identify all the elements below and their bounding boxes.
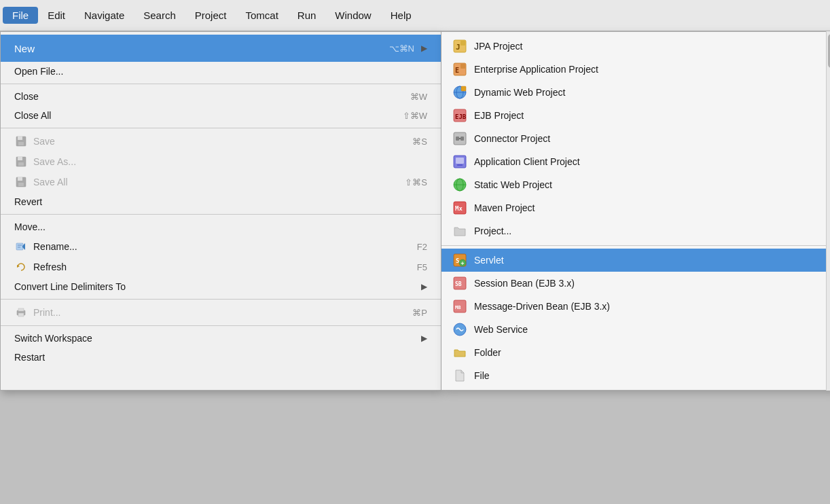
servlet-icon: S+ xyxy=(452,253,467,268)
svg-rect-7 xyxy=(18,177,22,181)
static-web-icon xyxy=(452,177,467,192)
submenu-item-static-web[interactable]: Static Web Project xyxy=(441,173,830,196)
refresh-icon xyxy=(14,260,28,274)
menubar-item-edit[interactable]: Edit xyxy=(38,7,75,24)
menubar-item-navigate[interactable]: Navigate xyxy=(75,7,134,24)
submenu-item-servlet[interactable]: S+ Servlet xyxy=(441,249,830,272)
submenu-item-app-client[interactable]: Application Client Project xyxy=(441,150,830,173)
svg-text:E: E xyxy=(455,67,459,74)
submenu-item-enterprise-app[interactable]: E Enterprise Application Project xyxy=(441,58,830,81)
submenu-item-ejb-project[interactable]: EJB EJB Project xyxy=(441,104,830,127)
rename-label: Rename... xyxy=(33,241,390,252)
submenu-item-project[interactable]: Project... xyxy=(441,219,830,242)
menu-item-print[interactable]: Print... ⌘P xyxy=(1,302,441,323)
menubar-item-file[interactable]: File xyxy=(3,7,38,24)
revert-label: Revert xyxy=(14,196,427,207)
svg-rect-25 xyxy=(461,86,466,91)
submenu-wrapper: J JPA Project E Enterprise Application P… xyxy=(441,31,830,391)
jpa-project-label: JPA Project xyxy=(474,41,522,52)
menu-item-open-file[interactable]: Open File... xyxy=(1,62,441,81)
svg-text:EJB: EJB xyxy=(455,113,467,120)
svg-text:S: S xyxy=(456,257,459,264)
ejb-project-label: EJB Project xyxy=(474,110,524,121)
new-submenu: J JPA Project E Enterprise Application P… xyxy=(441,31,830,391)
refresh-label: Refresh xyxy=(33,262,390,272)
submenu-item-folder[interactable]: Folder xyxy=(441,341,830,364)
session-bean-label: Session Bean (EJB 3.x) xyxy=(474,278,575,289)
menubar-item-help[interactable]: Help xyxy=(381,7,421,24)
save-all-shortcut: ⇧⌘S xyxy=(405,177,427,187)
menu-item-close-all[interactable]: Close All ⇧⌘W xyxy=(1,106,441,125)
submenu-item-connector-project[interactable]: Connector Project xyxy=(441,127,830,150)
submenu-separator-1 xyxy=(441,245,830,246)
separator-3 xyxy=(1,214,441,215)
svg-rect-4 xyxy=(18,157,22,160)
convert-arrow: ▶ xyxy=(421,282,427,291)
rename-shortcut: F2 xyxy=(417,242,427,252)
ejb-project-icon: EJB xyxy=(452,108,467,123)
save-label: Save xyxy=(33,136,385,147)
menubar-item-window[interactable]: Window xyxy=(325,7,380,24)
web-service-label: Web Service xyxy=(474,324,528,335)
session-bean-icon: SB xyxy=(452,276,467,291)
svg-rect-15 xyxy=(18,308,24,311)
project-icon xyxy=(452,223,467,238)
svg-rect-29 xyxy=(456,137,459,141)
menubar: File Edit Navigate Search Project Tomcat… xyxy=(0,0,830,31)
svg-rect-8 xyxy=(18,183,24,186)
svg-text:MB: MB xyxy=(455,305,461,310)
maven-project-label: Maven Project xyxy=(474,202,535,213)
svg-rect-21 xyxy=(461,64,465,69)
submenu-item-session-bean[interactable]: SB Session Bean (EJB 3.x) xyxy=(441,272,830,295)
submenu-item-msg-bean[interactable]: MB Message-Driven Bean (EJB 3.x) xyxy=(441,295,830,318)
menu-item-convert[interactable]: Convert Line Delimiters To ▶ xyxy=(1,277,441,296)
submenu-item-jpa-project[interactable]: J JPA Project xyxy=(441,35,830,58)
save-shortcut: ⌘S xyxy=(412,137,427,147)
submenu-item-dynamic-web[interactable]: Dynamic Web Project xyxy=(441,81,830,104)
switch-workspace-arrow: ▶ xyxy=(421,334,427,343)
convert-label: Convert Line Delimiters To xyxy=(14,281,421,292)
file-label: File xyxy=(474,370,490,381)
move-label: Move... xyxy=(14,221,427,232)
separator-5 xyxy=(1,325,441,326)
app-client-label: Application Client Project xyxy=(474,156,580,167)
open-file-label: Open File... xyxy=(14,66,427,77)
menu-item-new[interactable]: New ⌥⌘N ▶ xyxy=(1,35,441,62)
dropdown-container: New ⌥⌘N ▶ Open File... Close ⌘W Close Al… xyxy=(0,31,830,391)
menubar-item-project[interactable]: Project xyxy=(185,7,236,24)
submenu-scrollbar[interactable] xyxy=(826,31,830,391)
submenu-item-file[interactable]: File xyxy=(441,364,830,387)
rename-icon xyxy=(14,240,28,253)
menu-item-rename[interactable]: Rename... F2 xyxy=(1,236,441,257)
menu-item-save[interactable]: Save ⌘S xyxy=(1,131,441,151)
connector-project-icon xyxy=(452,131,467,146)
menubar-item-run[interactable]: Run xyxy=(288,7,326,24)
svg-text:J: J xyxy=(456,43,461,52)
svg-rect-2 xyxy=(18,142,24,145)
svg-rect-9 xyxy=(16,243,23,250)
folder-label: Folder xyxy=(474,347,501,358)
svg-text:SB: SB xyxy=(455,281,462,287)
menu-item-close[interactable]: Close ⌘W xyxy=(1,87,441,106)
menu-item-move[interactable]: Move... xyxy=(1,217,441,236)
msg-bean-label: Message-Driven Bean (EJB 3.x) xyxy=(474,301,610,312)
menu-item-save-all[interactable]: Save All ⇧⌘S xyxy=(1,172,441,192)
submenu-item-web-service[interactable]: Web Service xyxy=(441,318,830,341)
menu-item-restart[interactable]: Restart xyxy=(1,348,441,367)
menubar-item-search[interactable]: Search xyxy=(134,7,185,24)
dynamic-web-label: Dynamic Web Project xyxy=(474,87,565,98)
svg-rect-33 xyxy=(456,158,464,164)
menu-item-revert[interactable]: Revert xyxy=(1,192,441,211)
print-shortcut: ⌘P xyxy=(412,308,427,318)
enterprise-app-icon: E xyxy=(452,62,467,77)
svg-rect-14 xyxy=(18,313,24,317)
close-label: Close xyxy=(14,91,383,102)
menu-item-refresh[interactable]: Refresh F5 xyxy=(1,257,441,277)
submenu-item-maven-project[interactable]: Mx Maven Project xyxy=(441,196,830,219)
menu-item-switch-workspace[interactable]: Switch Workspace ▶ xyxy=(1,329,441,348)
new-arrow: ▶ xyxy=(421,43,427,53)
refresh-shortcut: F5 xyxy=(417,262,427,272)
menubar-item-tomcat[interactable]: Tomcat xyxy=(236,7,287,24)
menu-item-save-as[interactable]: Save As... xyxy=(1,151,441,172)
enterprise-app-label: Enterprise Application Project xyxy=(474,64,598,75)
